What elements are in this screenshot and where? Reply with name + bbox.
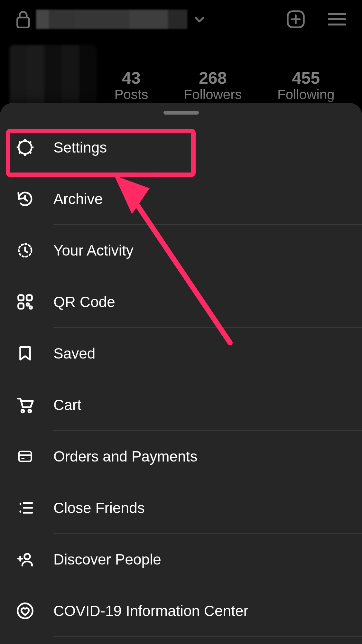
svg-point-40 <box>18 603 33 619</box>
stat-following[interactable]: 455 Following <box>277 68 334 102</box>
svg-rect-25 <box>27 303 29 306</box>
followers-label: Followers <box>184 87 242 102</box>
following-label: Following <box>277 87 334 102</box>
menu-item-label: Saved <box>53 345 95 362</box>
stat-posts[interactable]: 43 Posts <box>114 68 148 102</box>
posts-label: Posts <box>114 87 148 102</box>
card-icon <box>15 446 35 467</box>
gear-icon <box>15 137 35 158</box>
menu-item-saved[interactable]: Saved <box>15 328 362 379</box>
svg-rect-0 <box>17 18 29 28</box>
svg-line-15 <box>19 152 21 154</box>
menu-item-label: Close Friends <box>53 499 145 517</box>
followers-count: 268 <box>199 68 227 88</box>
sheet-grabber[interactable] <box>163 111 199 115</box>
bookmark-icon <box>15 343 35 364</box>
profile-stats: 43 Posts 268 Followers 455 Following <box>97 68 352 102</box>
lock-icon <box>16 10 30 29</box>
qrcode-icon <box>15 292 35 312</box>
activity-icon <box>15 240 35 261</box>
cart-icon <box>15 395 35 415</box>
svg-point-27 <box>21 410 24 413</box>
menu-item-discover-people[interactable]: Discover People <box>15 534 362 585</box>
menu-item-label: Cart <box>53 396 81 414</box>
menu-item-close-friends[interactable]: Close Friends <box>15 482 362 534</box>
svg-rect-24 <box>18 303 23 309</box>
menu-list: Settings Archive Your Act <box>0 122 362 637</box>
menu-item-archive[interactable]: Archive <box>15 173 362 225</box>
menu-item-label: QR Code <box>53 293 115 311</box>
svg-line-13 <box>19 141 21 143</box>
username-block[interactable] <box>16 10 206 29</box>
close-friends-icon <box>15 498 35 518</box>
svg-rect-22 <box>18 295 23 300</box>
chevron-down-icon[interactable] <box>193 13 206 26</box>
menu-item-cart[interactable]: Cart <box>15 379 362 431</box>
profile-header <box>0 0 362 35</box>
svg-rect-23 <box>27 295 32 300</box>
stat-followers[interactable]: 268 Followers <box>184 68 242 102</box>
svg-line-14 <box>30 152 31 154</box>
username-redacted <box>36 10 187 29</box>
archive-icon <box>15 189 35 209</box>
svg-point-37 <box>24 554 30 559</box>
svg-rect-26 <box>30 306 32 309</box>
menu-item-activity[interactable]: Your Activity <box>15 225 362 276</box>
svg-rect-29 <box>19 452 31 462</box>
menu-item-label: Orders and Payments <box>53 448 197 465</box>
svg-line-21 <box>25 251 27 252</box>
menu-item-settings[interactable]: Settings <box>15 122 362 173</box>
hamburger-menu-icon[interactable] <box>328 12 346 26</box>
svg-line-16 <box>30 141 31 143</box>
menu-bottom-sheet: Settings Archive Your Act <box>0 103 362 644</box>
following-count: 455 <box>292 68 320 88</box>
svg-point-8 <box>23 145 28 150</box>
new-post-icon[interactable] <box>286 10 305 29</box>
discover-people-icon <box>15 549 35 570</box>
svg-point-28 <box>28 410 31 413</box>
covid-info-icon <box>15 601 35 621</box>
svg-marker-33 <box>19 510 21 513</box>
menu-item-label: Your Activity <box>53 242 134 259</box>
menu-item-label: Archive <box>53 190 103 208</box>
svg-marker-32 <box>19 502 21 506</box>
svg-line-18 <box>25 199 27 201</box>
menu-item-label: Settings <box>53 139 107 156</box>
menu-item-covid-info[interactable]: COVID-19 Information Center <box>15 585 362 637</box>
menu-item-label: COVID-19 Information Center <box>53 602 248 620</box>
posts-count: 43 <box>122 68 141 88</box>
menu-item-label: Discover People <box>53 551 161 568</box>
menu-item-qrcode[interactable]: QR Code <box>15 276 362 328</box>
menu-item-orders[interactable]: Orders and Payments <box>15 431 362 482</box>
